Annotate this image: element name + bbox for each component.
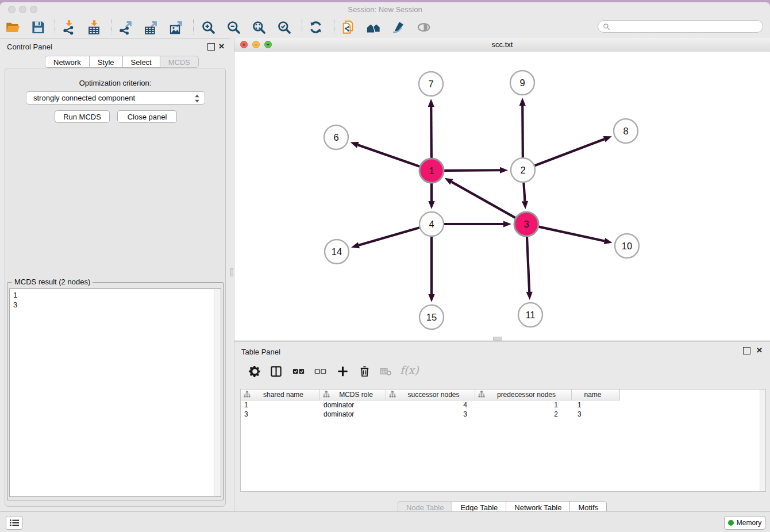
delete-table-icon bbox=[379, 365, 392, 378]
column-header-shared-name[interactable]: shared name bbox=[241, 390, 320, 400]
task-history-button[interactable] bbox=[6, 516, 22, 530]
tab-network[interactable]: Network bbox=[45, 56, 90, 68]
network-window-titlebar[interactable]: × − + scc.txt bbox=[234, 38, 770, 52]
mcds-result-scrollbar[interactable] bbox=[214, 289, 221, 496]
graph-node-label: 7 bbox=[428, 79, 433, 89]
search-input[interactable] bbox=[613, 22, 763, 31]
float-panel-icon[interactable] bbox=[207, 43, 215, 51]
style-brush-button[interactable] bbox=[389, 18, 407, 36]
node-table-header: shared name MCDS role successor nodes pr… bbox=[241, 390, 765, 400]
import-network-button[interactable] bbox=[59, 18, 78, 36]
graph-node-label: 11 bbox=[525, 310, 535, 320]
graph-edge bbox=[538, 227, 604, 241]
graph-node-4[interactable]: 4 bbox=[419, 212, 444, 236]
main-toolbar bbox=[0, 16, 770, 38]
deselect-all-rows-button[interactable] bbox=[311, 363, 329, 380]
table-scrollbar[interactable] bbox=[760, 390, 765, 491]
graph-node-9[interactable]: 9 bbox=[510, 71, 534, 95]
column-header-mcds-role[interactable]: MCDS role bbox=[320, 390, 386, 400]
network-window-grip[interactable] bbox=[493, 337, 502, 341]
graph-node-1[interactable]: 1 bbox=[419, 159, 444, 183]
toolbar-separator bbox=[111, 19, 111, 34]
export-image-icon bbox=[168, 20, 184, 35]
checked-boxes-icon bbox=[292, 365, 305, 378]
graph-node-10[interactable]: 10 bbox=[615, 234, 639, 258]
column-header-successor-nodes[interactable]: successor nodes bbox=[386, 390, 475, 400]
splitter-grip-icon[interactable] bbox=[230, 268, 233, 276]
mcds-result-title: MCDS result (2 nodes) bbox=[12, 277, 93, 286]
hide-graphics-button[interactable] bbox=[414, 18, 433, 36]
create-column-button[interactable] bbox=[334, 363, 351, 380]
mcds-result-group: MCDS result (2 nodes) 1 3 bbox=[7, 282, 224, 500]
graph-node-3[interactable]: 3 bbox=[514, 212, 538, 236]
delete-column-button[interactable] bbox=[356, 363, 373, 380]
export-image-button[interactable] bbox=[167, 18, 185, 36]
float-table-panel-icon[interactable] bbox=[743, 347, 750, 354]
control-panel: Control Panel × Network Style Select MCD… bbox=[0, 38, 230, 511]
graph-edge-arrowhead bbox=[428, 99, 434, 107]
function-builder-button[interactable]: f(x) bbox=[400, 364, 419, 376]
zoom-fit-button[interactable] bbox=[249, 18, 268, 36]
export-table-button[interactable] bbox=[141, 18, 160, 36]
graph-node-6[interactable]: 6 bbox=[324, 125, 348, 149]
column-header-predecessor-nodes[interactable]: predecessor nodes bbox=[475, 390, 572, 400]
select-all-rows-button[interactable] bbox=[290, 363, 307, 380]
node-table-rows: 1dominator4113dominator323 bbox=[241, 400, 765, 419]
export-network-button[interactable] bbox=[116, 18, 134, 36]
graph-node-label: 9 bbox=[519, 78, 525, 88]
graph-edge bbox=[523, 183, 525, 201]
zoom-fit-icon bbox=[251, 20, 267, 35]
column-header-name[interactable]: name bbox=[572, 390, 620, 400]
graph-node-15[interactable]: 15 bbox=[419, 305, 444, 329]
table-cell: 2 bbox=[475, 410, 572, 419]
zoom-selected-button[interactable] bbox=[275, 18, 293, 36]
zoom-out-button[interactable] bbox=[224, 18, 242, 36]
table-settings-button[interactable] bbox=[246, 363, 263, 380]
criterion-dropdown[interactable]: strongly connected component bbox=[26, 91, 205, 105]
clone-network-button[interactable] bbox=[338, 18, 357, 36]
apply-layout-button[interactable] bbox=[306, 18, 325, 36]
network-overview-button[interactable] bbox=[364, 18, 382, 36]
zoom-in-button[interactable] bbox=[199, 18, 217, 36]
table-row[interactable]: 3dominator323 bbox=[241, 410, 765, 419]
refresh-icon bbox=[308, 20, 324, 35]
tab-select[interactable]: Select bbox=[123, 56, 160, 68]
graph-node-label: 2 bbox=[520, 165, 525, 175]
unchecked-boxes-icon bbox=[314, 365, 327, 378]
import-table-icon bbox=[86, 20, 102, 35]
graph-node-8[interactable]: 8 bbox=[614, 119, 638, 143]
network-canvas[interactable]: 1234678910111415 bbox=[234, 52, 770, 340]
graph-node-14[interactable]: 14 bbox=[325, 240, 349, 264]
graph-node-7[interactable]: 7 bbox=[419, 72, 443, 96]
toolbar-separator bbox=[55, 19, 55, 34]
zoom-out-icon bbox=[226, 20, 241, 35]
graph-node-11[interactable]: 11 bbox=[518, 303, 542, 327]
memory-button[interactable]: Memory bbox=[724, 516, 765, 530]
table-cell: 1 bbox=[241, 400, 320, 410]
graph-edge bbox=[527, 237, 529, 292]
close-panel-button[interactable]: Close panel bbox=[117, 110, 177, 123]
open-session-button[interactable] bbox=[3, 18, 22, 36]
delete-table-button[interactable] bbox=[377, 363, 394, 380]
run-mcds-button[interactable]: Run MCDS bbox=[55, 110, 110, 123]
graph-edge-arrowhead bbox=[500, 167, 508, 174]
graph-edge bbox=[358, 145, 419, 167]
toolbar-separator bbox=[193, 19, 194, 34]
save-session-button[interactable] bbox=[29, 18, 47, 36]
control-panel-title: Control Panel bbox=[7, 43, 52, 51]
import-table-button[interactable] bbox=[84, 18, 103, 36]
criterion-dropdown-value: strongly connected component bbox=[33, 94, 135, 102]
tab-style[interactable]: Style bbox=[90, 56, 123, 68]
graph-edge-arrowhead bbox=[428, 294, 434, 302]
import-network-icon bbox=[61, 20, 76, 35]
main-titlebar: Session: New Session bbox=[0, 2, 770, 16]
table-row[interactable]: 1dominator411 bbox=[241, 400, 765, 410]
list-icon bbox=[9, 518, 20, 527]
mcds-result-text[interactable]: 1 3 bbox=[9, 288, 221, 497]
close-table-panel-icon[interactable]: × bbox=[756, 347, 763, 354]
toggle-columns-button[interactable] bbox=[267, 363, 284, 380]
graph-node-2[interactable]: 2 bbox=[511, 158, 535, 182]
optimization-criterion-label: Optimization criterion: bbox=[5, 79, 225, 87]
tab-mcds[interactable]: MCDS bbox=[160, 56, 199, 68]
close-panel-icon[interactable]: × bbox=[218, 43, 225, 51]
